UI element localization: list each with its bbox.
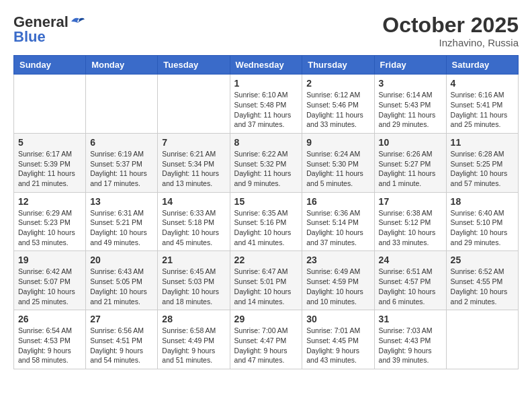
day-number: 28 [162,314,225,324]
day-number: 12 [18,196,81,207]
calendar-cell: 7Sunrise: 6:21 AM Sunset: 5:34 PM Daylig… [158,133,230,192]
calendar-cell: 14Sunrise: 6:33 AM Sunset: 5:18 PM Dayli… [158,192,230,251]
header-friday: Friday [374,56,446,75]
calendar-cell: 26Sunrise: 6:54 AM Sunset: 4:53 PM Dayli… [14,310,86,369]
calendar-cell [14,75,86,134]
day-info: Sunrise: 7:00 AM Sunset: 4:47 PM Dayligh… [234,326,298,365]
day-info: Sunrise: 6:54 AM Sunset: 4:53 PM Dayligh… [18,326,81,365]
calendar-week-5: 26Sunrise: 6:54 AM Sunset: 4:53 PM Dayli… [14,310,519,369]
day-number: 11 [451,137,514,148]
day-info: Sunrise: 6:35 AM Sunset: 5:16 PM Dayligh… [234,208,298,248]
header-monday: Monday [86,56,158,75]
calendar-cell: 30Sunrise: 7:01 AM Sunset: 4:45 PM Dayli… [302,310,374,369]
calendar-cell: 4Sunrise: 6:16 AM Sunset: 5:41 PM Daylig… [446,75,518,134]
calendar-week-4: 19Sunrise: 6:42 AM Sunset: 5:07 PM Dayli… [14,251,519,310]
day-number: 31 [379,314,442,324]
day-number: 20 [90,255,153,265]
day-info: Sunrise: 6:19 AM Sunset: 5:37 PM Dayligh… [90,149,153,189]
logo: General Blue [13,13,85,46]
calendar-cell: 3Sunrise: 6:14 AM Sunset: 5:43 PM Daylig… [374,75,446,134]
calendar-cell: 10Sunrise: 6:26 AM Sunset: 5:27 PM Dayli… [374,133,446,192]
day-number: 5 [18,137,81,148]
day-number: 2 [306,78,369,89]
day-info: Sunrise: 6:31 AM Sunset: 5:21 PM Dayligh… [90,208,153,248]
calendar-cell: 31Sunrise: 7:03 AM Sunset: 4:43 PM Dayli… [374,310,446,369]
day-info: Sunrise: 6:24 AM Sunset: 5:30 PM Dayligh… [306,149,369,189]
header-saturday: Saturday [446,56,518,75]
day-number: 25 [451,255,514,265]
day-number: 21 [162,255,225,265]
calendar-cell: 2Sunrise: 6:12 AM Sunset: 5:46 PM Daylig… [302,75,374,134]
calendar-cell: 25Sunrise: 6:52 AM Sunset: 4:55 PM Dayli… [446,251,518,310]
calendar-cell: 27Sunrise: 6:56 AM Sunset: 4:51 PM Dayli… [86,310,158,369]
day-info: Sunrise: 6:40 AM Sunset: 5:10 PM Dayligh… [451,208,514,248]
header-thursday: Thursday [302,56,374,75]
day-info: Sunrise: 6:10 AM Sunset: 5:48 PM Dayligh… [234,90,298,130]
day-info: Sunrise: 7:03 AM Sunset: 4:43 PM Dayligh… [379,326,442,365]
calendar-cell: 13Sunrise: 6:31 AM Sunset: 5:21 PM Dayli… [86,192,158,251]
calendar-week-1: 1Sunrise: 6:10 AM Sunset: 5:48 PM Daylig… [14,75,519,134]
day-info: Sunrise: 6:58 AM Sunset: 4:49 PM Dayligh… [162,326,225,365]
logo-blue: Blue [13,28,46,46]
day-info: Sunrise: 6:12 AM Sunset: 5:46 PM Dayligh… [306,90,369,130]
calendar-cell: 22Sunrise: 6:47 AM Sunset: 5:01 PM Dayli… [230,251,302,310]
day-number: 29 [234,314,298,324]
day-info: Sunrise: 6:29 AM Sunset: 5:23 PM Dayligh… [18,208,81,248]
day-number: 18 [451,196,514,207]
calendar-cell: 17Sunrise: 6:38 AM Sunset: 5:12 PM Dayli… [374,192,446,251]
day-number: 16 [306,196,369,207]
day-number: 19 [18,255,81,265]
day-number: 4 [451,78,514,89]
calendar-cell [158,75,230,134]
day-info: Sunrise: 6:51 AM Sunset: 4:57 PM Dayligh… [379,267,442,306]
day-number: 8 [234,137,298,148]
day-info: Sunrise: 6:38 AM Sunset: 5:12 PM Dayligh… [379,208,442,248]
page-header: General Blue October 2025 Inzhavino, Rus… [13,13,519,48]
day-info: Sunrise: 6:49 AM Sunset: 4:59 PM Dayligh… [306,267,369,306]
calendar-cell: 28Sunrise: 6:58 AM Sunset: 4:49 PM Dayli… [158,310,230,369]
calendar-cell: 6Sunrise: 6:19 AM Sunset: 5:37 PM Daylig… [86,133,158,192]
header-sunday: Sunday [14,56,86,75]
day-number: 24 [379,255,442,265]
day-number: 7 [162,137,225,148]
calendar-cell: 24Sunrise: 6:51 AM Sunset: 4:57 PM Dayli… [374,251,446,310]
calendar-cell: 11Sunrise: 6:28 AM Sunset: 5:25 PM Dayli… [446,133,518,192]
day-info: Sunrise: 6:45 AM Sunset: 5:03 PM Dayligh… [162,267,225,306]
day-number: 27 [90,314,153,324]
day-info: Sunrise: 6:28 AM Sunset: 5:25 PM Dayligh… [451,149,514,189]
calendar-week-3: 12Sunrise: 6:29 AM Sunset: 5:23 PM Dayli… [14,192,519,251]
day-info: Sunrise: 6:33 AM Sunset: 5:18 PM Dayligh… [162,208,225,248]
calendar-cell: 16Sunrise: 6:36 AM Sunset: 5:14 PM Dayli… [302,192,374,251]
location-subtitle: Inzhavino, Russia [382,37,519,48]
calendar-cell: 29Sunrise: 7:00 AM Sunset: 4:47 PM Dayli… [230,310,302,369]
day-info: Sunrise: 6:16 AM Sunset: 5:41 PM Dayligh… [451,90,514,130]
day-info: Sunrise: 6:43 AM Sunset: 5:05 PM Dayligh… [90,267,153,306]
day-number: 1 [234,78,298,89]
calendar-cell: 18Sunrise: 6:40 AM Sunset: 5:10 PM Dayli… [446,192,518,251]
day-info: Sunrise: 6:52 AM Sunset: 4:55 PM Dayligh… [451,267,514,306]
calendar-table: Sunday Monday Tuesday Wednesday Thursday… [13,55,519,369]
day-number: 15 [234,196,298,207]
calendar-cell: 20Sunrise: 6:43 AM Sunset: 5:05 PM Dayli… [86,251,158,310]
calendar-cell: 9Sunrise: 6:24 AM Sunset: 5:30 PM Daylig… [302,133,374,192]
day-number: 9 [306,137,369,148]
day-number: 3 [379,78,442,89]
day-info: Sunrise: 6:22 AM Sunset: 5:32 PM Dayligh… [234,149,298,189]
calendar-cell: 5Sunrise: 6:17 AM Sunset: 5:39 PM Daylig… [14,133,86,192]
calendar-cell: 1Sunrise: 6:10 AM Sunset: 5:48 PM Daylig… [230,75,302,134]
logo-bird-icon [70,16,85,27]
calendar-week-2: 5Sunrise: 6:17 AM Sunset: 5:39 PM Daylig… [14,133,519,192]
calendar-cell: 8Sunrise: 6:22 AM Sunset: 5:32 PM Daylig… [230,133,302,192]
calendar-cell: 19Sunrise: 6:42 AM Sunset: 5:07 PM Dayli… [14,251,86,310]
day-info: Sunrise: 7:01 AM Sunset: 4:45 PM Dayligh… [306,326,369,365]
calendar-cell: 23Sunrise: 6:49 AM Sunset: 4:59 PM Dayli… [302,251,374,310]
day-number: 10 [379,137,442,148]
day-number: 6 [90,137,153,148]
day-info: Sunrise: 6:36 AM Sunset: 5:14 PM Dayligh… [306,208,369,248]
day-info: Sunrise: 6:42 AM Sunset: 5:07 PM Dayligh… [18,267,81,306]
day-info: Sunrise: 6:17 AM Sunset: 5:39 PM Dayligh… [18,149,81,189]
title-block: October 2025 Inzhavino, Russia [382,13,519,48]
day-info: Sunrise: 6:14 AM Sunset: 5:43 PM Dayligh… [379,90,442,130]
calendar-header-row: Sunday Monday Tuesday Wednesday Thursday… [14,56,519,75]
calendar-cell: 21Sunrise: 6:45 AM Sunset: 5:03 PM Dayli… [158,251,230,310]
